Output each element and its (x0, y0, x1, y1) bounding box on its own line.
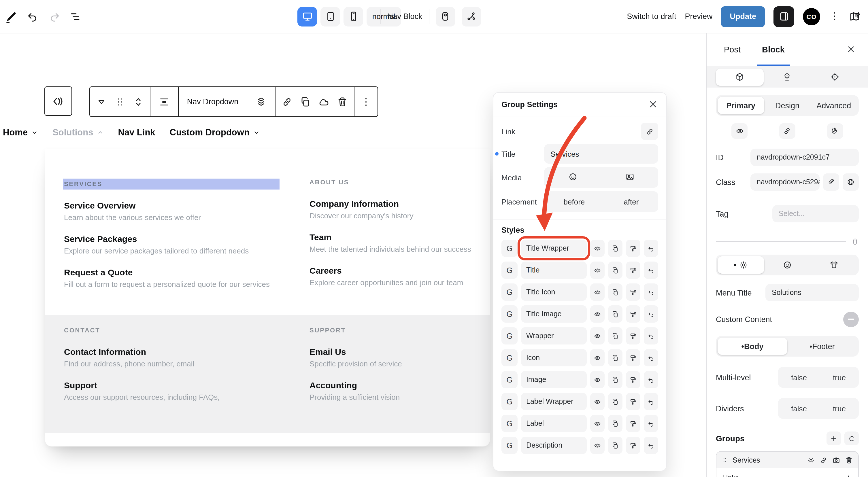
id-input[interactable]: navdropdown-c2091c7 (750, 149, 859, 166)
reset-button[interactable] (644, 349, 658, 367)
nav-item-custom-dropdown[interactable]: Custom Dropdown (170, 127, 260, 138)
paint-button[interactable] (626, 371, 640, 388)
block-options-button[interactable] (357, 88, 375, 116)
paint-button[interactable] (626, 240, 640, 257)
paint-button[interactable] (626, 349, 640, 367)
eye-button[interactable] (590, 415, 604, 432)
layers-button[interactable] (250, 88, 273, 116)
copy-button[interactable] (608, 393, 622, 410)
copy-button[interactable] (608, 371, 622, 388)
global-class-button[interactable] (843, 173, 859, 191)
reset-button[interactable] (644, 305, 658, 323)
group-badge[interactable]: G (501, 327, 518, 345)
option-false[interactable]: false (791, 373, 807, 382)
option-true[interactable]: true (833, 373, 846, 382)
eye-button[interactable] (590, 305, 604, 323)
reset-button[interactable] (644, 327, 658, 345)
tab-block[interactable]: Block (762, 33, 785, 66)
copy-button[interactable] (608, 437, 622, 454)
paint-button[interactable] (626, 415, 640, 432)
tab-target[interactable] (811, 68, 859, 86)
visibility-button[interactable] (732, 123, 748, 139)
menu-link-accounting[interactable]: AccountingProviding a sufficient vision (310, 380, 483, 402)
tab-emoji-mode[interactable] (764, 256, 810, 274)
paint-button[interactable] (626, 261, 640, 279)
delete-block-button[interactable] (333, 88, 351, 116)
style-name-field[interactable]: Label (521, 415, 587, 432)
eye-button[interactable] (590, 393, 604, 410)
menu-link-service-overview[interactable]: Service OverviewLearn about the various … (64, 200, 294, 222)
eye-button[interactable] (590, 371, 604, 388)
duplicate-button[interactable] (296, 88, 315, 116)
reset-button[interactable] (644, 415, 658, 432)
reset-button[interactable] (644, 261, 658, 279)
group-badge[interactable]: G (501, 283, 518, 301)
custom-content-toggle[interactable] (843, 312, 859, 327)
group-settings-button[interactable] (807, 456, 815, 464)
collapse-groups-button[interactable] (844, 432, 859, 445)
group-badge[interactable]: G (501, 261, 518, 279)
menu-link-service-packages[interactable]: Service PackagesExplore our service pack… (64, 234, 294, 255)
device-mobile-button[interactable] (343, 7, 363, 26)
style-name-field[interactable]: Title Wrapper (521, 240, 587, 257)
menu-title-input[interactable]: Solutions (766, 284, 859, 301)
drag-handle[interactable] (111, 88, 129, 116)
link-settings-button[interactable] (779, 123, 795, 139)
title-input[interactable]: Services (544, 144, 658, 164)
group-badge[interactable]: G (501, 240, 518, 257)
group-badge[interactable]: G (501, 371, 518, 388)
attach-class-button[interactable] (823, 173, 839, 191)
eye-button[interactable] (590, 283, 604, 301)
eye-button[interactable] (590, 349, 604, 367)
menu-link-contact-information[interactable]: Contact InformationFind our address, pho… (64, 347, 294, 368)
reset-button[interactable] (644, 283, 658, 301)
device-tablet-button[interactable] (320, 7, 340, 26)
nav-item-home[interactable]: Home (3, 127, 38, 138)
copy-button[interactable] (608, 283, 622, 301)
list-view-button[interactable] (69, 10, 82, 23)
group-badge[interactable]: G (501, 305, 518, 323)
style-name-field[interactable]: Description (521, 437, 587, 454)
copy-button[interactable] (608, 349, 622, 367)
reset-button[interactable] (644, 437, 658, 454)
menu-link-email-us[interactable]: Email UsSpecific provision of service (310, 347, 483, 368)
style-name-field[interactable]: Title Icon (521, 283, 587, 301)
copy-button[interactable] (608, 415, 622, 432)
class-input[interactable]: navdropdown-c529a (750, 173, 819, 191)
eye-button[interactable] (590, 437, 604, 454)
style-name-field[interactable]: Title Image (521, 305, 587, 323)
placement-after-option[interactable]: after (624, 197, 639, 206)
style-name-field[interactable]: Icon (521, 349, 587, 367)
undo-button[interactable] (27, 10, 39, 23)
redo-button[interactable] (48, 10, 61, 23)
tab-advanced[interactable]: Advanced (811, 97, 857, 114)
preview-button[interactable]: Preview (685, 12, 712, 21)
paint-button[interactable] (626, 437, 640, 454)
copy-button[interactable] (608, 261, 622, 279)
move-up-down-button[interactable] (129, 88, 148, 116)
cloud-save-button[interactable] (315, 88, 333, 116)
nav-item-nav-link[interactable]: Nav Link (118, 127, 155, 138)
responsive-device-icon[interactable] (851, 236, 859, 247)
block-appender-button[interactable] (44, 87, 72, 116)
paint-button[interactable] (626, 283, 640, 301)
settings-sidebar-toggle-button[interactable] (773, 6, 794, 27)
eye-button[interactable] (590, 261, 604, 279)
tag-select[interactable]: Select... (772, 205, 859, 222)
block-parent-select-button[interactable] (92, 88, 111, 116)
tab-settings-mode[interactable] (718, 256, 764, 274)
option-false[interactable]: false (791, 404, 807, 413)
align-button[interactable] (153, 88, 176, 116)
sitemap-button[interactable] (849, 10, 862, 23)
tab-primary[interactable]: Primary (718, 97, 764, 114)
style-name-field[interactable]: Image (521, 371, 587, 388)
more-options-button[interactable] (829, 10, 840, 23)
add-link-button[interactable] (844, 474, 852, 477)
paint-button[interactable] (626, 393, 640, 410)
tab-block-settings[interactable] (716, 68, 764, 86)
tab-design[interactable]: Design (764, 97, 810, 114)
device-desktop-button[interactable] (298, 7, 317, 26)
group-media-button[interactable] (832, 456, 840, 464)
menu-link-careers[interactable]: CareersExplore career opportunities and … (310, 265, 483, 287)
copy-button[interactable] (608, 240, 622, 257)
